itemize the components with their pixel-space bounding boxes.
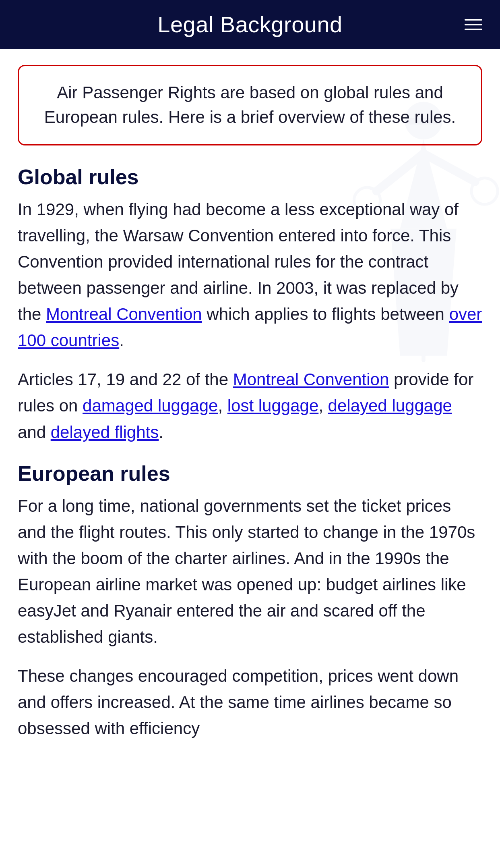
delayed-luggage-link[interactable]: delayed luggage: [328, 396, 452, 415]
section-european-rules: European rules For a long time, national…: [18, 461, 482, 742]
lost-luggage-link[interactable]: lost luggage: [227, 396, 319, 415]
section-global-rules: Global rules In 1929, when flying had be…: [18, 165, 482, 445]
menu-icon-line2: [465, 24, 482, 25]
european-rules-para-2: These changes encouraged competition, pr…: [18, 663, 482, 741]
page-title: Legal Background: [157, 11, 342, 37]
global-rules-title: Global rules: [18, 165, 482, 189]
global-rules-para-2: Articles 17, 19 and 22 of the Montreal C…: [18, 366, 482, 445]
intro-text: Air Passenger Rights are based on global…: [37, 81, 463, 130]
global-rules-para-1: In 1929, when flying had become a less e…: [18, 196, 482, 354]
montreal-convention-link-2[interactable]: Montreal Convention: [233, 370, 389, 389]
menu-icon-line3: [465, 29, 482, 30]
delayed-flights-link[interactable]: delayed flights: [51, 423, 159, 442]
european-rules-para-1: For a long time, national governments se…: [18, 493, 482, 650]
european-rules-title: European rules: [18, 461, 482, 486]
menu-icon-line1: [465, 19, 482, 21]
menu-button[interactable]: [465, 19, 482, 30]
intro-box: Air Passenger Rights are based on global…: [18, 65, 482, 145]
page-header: Legal Background: [0, 0, 500, 49]
global-rules-body: In 1929, when flying had become a less e…: [18, 196, 482, 445]
montreal-convention-link-1[interactable]: Montreal Convention: [46, 305, 202, 324]
damaged-luggage-link[interactable]: damaged luggage: [83, 396, 218, 415]
european-rules-body: For a long time, national governments se…: [18, 493, 482, 742]
main-content: Air Passenger Rights are based on global…: [0, 49, 500, 774]
